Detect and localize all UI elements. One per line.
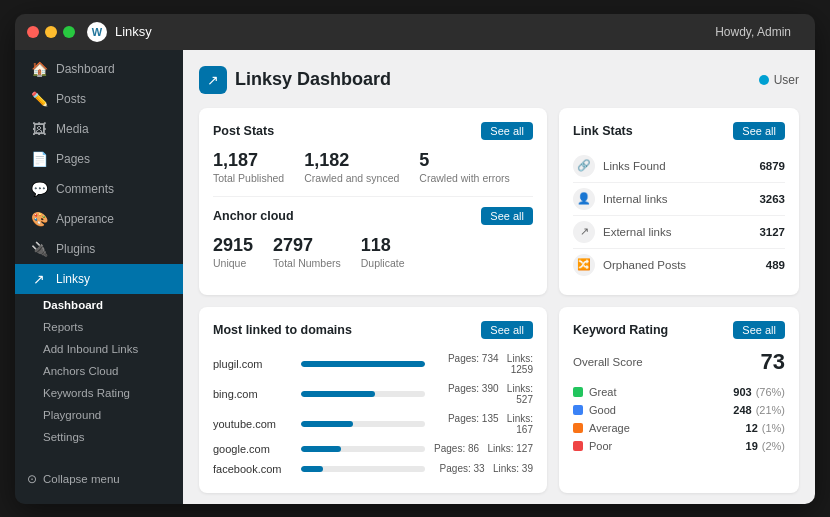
post-stats-header: Post Stats See all	[213, 122, 533, 140]
kw-row-poor: Poor 19 (2%)	[573, 437, 785, 455]
domain-row-bing.com: bing.com Pages: 390 Links: 527	[213, 379, 533, 409]
anchor-stat-duplicate: 118Duplicate	[361, 235, 405, 269]
sub-keywords[interactable]: Keywords Rating	[15, 382, 183, 404]
app-body: 🏠Dashboard✏️Posts🖼Media📄Pages💬Comments🎨A…	[15, 50, 815, 504]
sub-add-inbound[interactable]: Add Inbound Links	[15, 338, 183, 360]
page-title-area: ↗ Linksy Dashboard	[199, 66, 391, 94]
post-stats-title: Post Stats	[213, 124, 274, 138]
kw-row-great: Great 903 (76%)	[573, 383, 785, 401]
kw-dot-average	[573, 423, 583, 433]
linksy-icon: ↗	[30, 271, 48, 287]
sidebar-item-media[interactable]: 🖼Media	[15, 114, 183, 144]
link-icon: ↗	[573, 221, 595, 243]
link-stats-rows: 🔗 Links Found 6879 👤 Internal links 3263…	[573, 150, 785, 281]
domain-row-youtube.com: youtube.com Pages: 135 Links: 167	[213, 409, 533, 439]
media-icon: 🖼	[30, 121, 48, 137]
minimize-button[interactable]	[45, 26, 57, 38]
collapse-menu-button[interactable]: ⊙ Collapse menu	[15, 466, 183, 492]
link-stat-external-links: ↗ External links 3127	[573, 216, 785, 249]
domains-see-all[interactable]: See all	[481, 321, 533, 339]
domain-rows: plugil.com Pages: 734 Links: 1259 bing.c…	[213, 349, 533, 479]
anchor-stats-row: 2915Unique2797Total Numbers118Duplicate	[213, 235, 533, 269]
title-bar-center: W Linksy Howdy, Admin	[75, 22, 803, 42]
page-icon: ↗	[199, 66, 227, 94]
sidebar: 🏠Dashboard✏️Posts🖼Media📄Pages💬Comments🎨A…	[15, 50, 183, 504]
sidebar-item-dashboard[interactable]: 🏠Dashboard	[15, 54, 183, 84]
link-icon: 🔗	[573, 155, 595, 177]
kw-dot-good	[573, 405, 583, 415]
top-cards-row: Post Stats See all 1,187Total Published1…	[199, 108, 799, 295]
sidebar-item-plugins[interactable]: 🔌Plugins	[15, 234, 183, 264]
main-content: ↗ Linksy Dashboard User Post Stats See a…	[183, 50, 815, 504]
sidebar-item-comments[interactable]: 💬Comments	[15, 174, 183, 204]
stat-crawled-with-errors: 5Crawled with errors	[419, 150, 509, 184]
sidebar-item-appearance[interactable]: 🎨Apperance	[15, 204, 183, 234]
link-stats-see-all[interactable]: See all	[733, 122, 785, 140]
domain-row-google.com: google.com Pages: 86 Links: 127	[213, 439, 533, 459]
maximize-button[interactable]	[63, 26, 75, 38]
sub-dashboard[interactable]: Dashboard	[15, 294, 183, 316]
posts-icon: ✏️	[30, 91, 48, 107]
stat-crawled-and-synced: 1,182Crawled and synced	[304, 150, 399, 184]
link-stat-orphaned-posts: 🔀 Orphaned Posts 489	[573, 249, 785, 281]
brand: W Linksy	[87, 22, 152, 42]
sidebar-item-linksy[interactable]: ↗Linksy	[15, 264, 183, 294]
overall-value: 73	[761, 349, 785, 375]
appearance-icon: 🎨	[30, 211, 48, 227]
keyword-see-all[interactable]: See all	[733, 321, 785, 339]
kw-dot-poor	[573, 441, 583, 451]
kw-row-good: Good 248 (21%)	[573, 401, 785, 419]
sidebar-item-posts[interactable]: ✏️Posts	[15, 84, 183, 114]
anchor-cloud-see-all[interactable]: See all	[481, 207, 533, 225]
close-button[interactable]	[27, 26, 39, 38]
keyword-rows: Great 903 (76%) Good 248 (21%) Average 1…	[573, 383, 785, 455]
page-title: Linksy Dashboard	[235, 69, 391, 90]
comments-icon: 💬	[30, 181, 48, 197]
anchor-cloud-header: Anchor cloud See all	[213, 207, 533, 225]
link-stats-card: Link Stats See all 🔗 Links Found 6879 👤 …	[559, 108, 799, 295]
link-stats-title: Link Stats	[573, 124, 633, 138]
kw-row-average: Average 12 (1%)	[573, 419, 785, 437]
link-stats-header: Link Stats See all	[573, 122, 785, 140]
sub-settings[interactable]: Settings	[15, 426, 183, 448]
keyword-rating-card: Keyword Rating See all Overall Score 73 …	[559, 307, 799, 493]
top-left-cards: Post Stats See all 1,187Total Published1…	[199, 108, 547, 295]
link-stat-links-found: 🔗 Links Found 6879	[573, 150, 785, 183]
bottom-row: Most linked to domains See all plugil.co…	[199, 307, 799, 493]
link-icon: 🔀	[573, 254, 595, 276]
user-label: User	[774, 73, 799, 87]
window-controls	[27, 26, 75, 38]
stat-total-published: 1,187Total Published	[213, 150, 284, 184]
anchor-stat-total numbers: 2797Total Numbers	[273, 235, 341, 269]
anchor-cloud-title: Anchor cloud	[213, 209, 294, 223]
collapse-icon: ⊙	[27, 472, 37, 486]
link-stat-internal-links: 👤 Internal links 3263	[573, 183, 785, 216]
collapse-label: Collapse menu	[43, 473, 120, 485]
greeting: Howdy, Admin	[715, 25, 791, 39]
domain-row-facebook.com: facebook.com Pages: 33 Links: 39	[213, 459, 533, 479]
anchor-stat-unique: 2915Unique	[213, 235, 253, 269]
domains-card: Most linked to domains See all plugil.co…	[199, 307, 547, 493]
keyword-title: Keyword Rating	[573, 323, 668, 337]
kw-dot-great	[573, 387, 583, 397]
dashboard-icon: 🏠	[30, 61, 48, 77]
domains-title: Most linked to domains	[213, 323, 352, 337]
domain-row-plugil.com: plugil.com Pages: 734 Links: 1259	[213, 349, 533, 379]
sub-playground[interactable]: Playground	[15, 404, 183, 426]
sidebar-nav: 🏠Dashboard✏️Posts🖼Media📄Pages💬Comments🎨A…	[15, 54, 183, 448]
pages-icon: 📄	[30, 151, 48, 167]
plugins-icon: 🔌	[30, 241, 48, 257]
post-stats-row: 1,187Total Published1,182Crawled and syn…	[213, 150, 533, 184]
sub-anchors[interactable]: Anchors Cloud	[15, 360, 183, 382]
post-stats-see-all[interactable]: See all	[481, 122, 533, 140]
brand-label: Linksy	[115, 24, 152, 39]
sidebar-item-pages[interactable]: 📄Pages	[15, 144, 183, 174]
sub-reports[interactable]: Reports	[15, 316, 183, 338]
user-badge: User	[759, 73, 799, 87]
keyword-header: Keyword Rating See all	[573, 321, 785, 339]
app-window: W Linksy Howdy, Admin 🏠Dashboard✏️Posts🖼…	[15, 14, 815, 504]
domains-header: Most linked to domains See all	[213, 321, 533, 339]
user-dot	[759, 75, 769, 85]
link-icon: 👤	[573, 188, 595, 210]
page-header: ↗ Linksy Dashboard User	[199, 66, 799, 94]
